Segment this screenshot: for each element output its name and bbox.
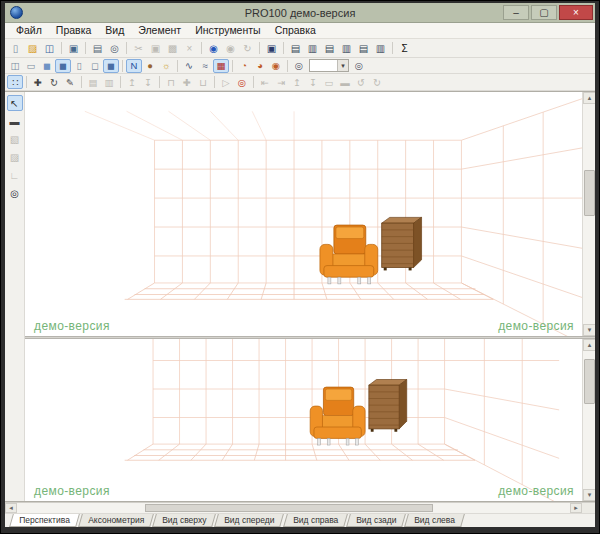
move-down-button[interactable]: ↧ [140, 75, 156, 89]
scroll-down-icon[interactable]: ▾ [583, 489, 595, 501]
menu-file[interactable]: Файл [9, 23, 49, 38]
north-orientation-button[interactable]: N [126, 59, 142, 73]
save-button[interactable]: ◫ [41, 41, 58, 56]
paint-tool[interactable]: ▬ [7, 113, 23, 129]
menu-help[interactable]: Справка [268, 23, 323, 38]
armchair-object[interactable] [320, 225, 378, 284]
scroll-right-icon[interactable]: ▸ [570, 503, 582, 513]
report-1-button[interactable]: ▤ [287, 41, 304, 56]
cut-button[interactable]: ✂ [130, 41, 147, 56]
misc-button-2[interactable]: ⇥ [273, 75, 289, 89]
orbit-ring-button[interactable]: ◕ [252, 59, 268, 73]
vertical-scrollbar-top[interactable]: ▴ ▾ [582, 92, 595, 336]
copy-button[interactable]: ▣ [147, 41, 164, 56]
align-right-button[interactable]: ▥ [101, 75, 117, 89]
misc-button-5[interactable]: ▭ [321, 75, 337, 89]
misc-button-7[interactable]: ↺ [353, 75, 369, 89]
menu-edit[interactable]: Правка [49, 23, 98, 38]
scrollbar-track[interactable] [17, 503, 570, 513]
tab-view-back[interactable]: Вид сзади [346, 514, 406, 527]
open-box-view-button[interactable]: ◻ [87, 59, 103, 73]
dimension-tool[interactable]: ∟ [7, 167, 23, 183]
print-preview-button[interactable]: ◎ [106, 41, 123, 56]
tab-axonometry[interactable]: Аксонометрия [78, 514, 154, 527]
globe-secondary-button[interactable]: ◉ [222, 41, 239, 56]
shaded-view-button[interactable]: ◼ [39, 59, 55, 73]
menu-element[interactable]: Элемент [131, 23, 188, 38]
tab-view-right[interactable]: Вид справа [283, 514, 348, 527]
misc-button-8[interactable]: ↻ [369, 75, 385, 89]
misc-button-1[interactable]: ⇤ [257, 75, 273, 89]
web-globe-button[interactable]: ◉ [205, 41, 222, 56]
scrollbar-thumb[interactable] [145, 504, 433, 512]
price-sum-button[interactable]: Σ [396, 41, 413, 56]
new-document-button[interactable]: ▯ [7, 41, 24, 56]
grid-display-button[interactable]: ▦ [213, 59, 229, 73]
tab-view-front[interactable]: Вид спереди [214, 514, 284, 527]
page-setup-button[interactable]: ▣ [65, 41, 82, 56]
scrollbar-thumb[interactable] [584, 359, 595, 404]
dropdown-arrow-icon[interactable]: ▾ [337, 60, 348, 71]
wireframe-view-button[interactable]: ◫ [7, 59, 23, 73]
align-bottom-button[interactable]: ⊔ [195, 75, 211, 89]
curve-button[interactable]: ∿ [181, 59, 197, 73]
scroll-left-icon[interactable]: ◂ [5, 503, 17, 513]
misc-button-4[interactable]: ↧ [305, 75, 321, 89]
zoom-tool[interactable]: ◎ [7, 185, 23, 201]
open-folder-button[interactable]: ▨ [24, 41, 41, 56]
zoom-combo[interactable]: ▾ [309, 59, 349, 72]
misc-button-3[interactable]: ↥ [289, 75, 305, 89]
flag-button[interactable]: ▷ [218, 75, 234, 89]
scroll-down-icon[interactable]: ▾ [583, 324, 595, 336]
title-bar[interactable]: PRO100 демо-версия – ▢ × [5, 3, 595, 23]
align-top-button[interactable]: ⊓ [163, 75, 179, 89]
zoom-out-button[interactable]: ◎ [291, 59, 307, 73]
tab-view-top[interactable]: Вид сверху [152, 514, 216, 527]
target-button[interactable]: ◎ [234, 75, 250, 89]
draw-button[interactable]: ✎ [62, 75, 78, 89]
contour-view-button[interactable]: ▯ [71, 59, 87, 73]
render-view-button[interactable]: ◼ [103, 59, 119, 73]
tab-perspective[interactable]: Перспектива [9, 514, 79, 527]
zoom-in-button[interactable]: ◎ [351, 59, 367, 73]
report-5-button[interactable]: ▤ [355, 41, 372, 56]
spline-button[interactable]: ≈ [197, 59, 213, 73]
tab-view-left[interactable]: Вид слева [404, 514, 465, 527]
rotate-ring-button[interactable]: ◔ [236, 59, 252, 73]
cabinet-object[interactable] [382, 217, 422, 270]
outline-view-button[interactable]: ▭ [23, 59, 39, 73]
material-sphere-button[interactable]: ● [142, 59, 158, 73]
scroll-up-icon[interactable]: ▴ [583, 339, 595, 351]
move-up-button[interactable]: ↥ [124, 75, 140, 89]
floor-tool[interactable]: ▨ [7, 149, 23, 165]
move-element-button[interactable]: ✚ [30, 75, 46, 89]
print-button[interactable]: ▤ [89, 41, 106, 56]
perspective-view-bottom[interactable]: демо-версия демо-версия [25, 339, 582, 501]
delete-button[interactable]: × [181, 41, 198, 56]
light-button[interactable]: ☼ [158, 59, 174, 73]
align-left-button[interactable]: ▤ [85, 75, 101, 89]
menu-view[interactable]: Вид [98, 23, 131, 38]
paste-button[interactable]: ▩ [164, 41, 181, 56]
vertical-scrollbar-bottom[interactable]: ▴ ▾ [582, 339, 595, 501]
refresh-button[interactable]: ↻ [239, 41, 256, 56]
scroll-up-icon[interactable]: ▴ [583, 92, 595, 104]
snap-grid-button[interactable]: ∷ [7, 75, 23, 89]
center-element-button[interactable]: ✚ [179, 75, 195, 89]
perspective-view-top[interactable]: демо-версия демо-версия [25, 92, 582, 336]
rotate-element-button[interactable]: ↻ [46, 75, 62, 89]
report-4-button[interactable]: ▥ [338, 41, 355, 56]
horizontal-scrollbar[interactable]: ◂ ▸ [5, 502, 595, 513]
report-2-button[interactable]: ▥ [304, 41, 321, 56]
report-3-button[interactable]: ▤ [321, 41, 338, 56]
report-6-button[interactable]: ▥ [372, 41, 389, 56]
wall-tool[interactable]: ▧ [7, 131, 23, 147]
properties-button-label: ▣ [267, 41, 276, 56]
textured-view-button[interactable]: ◼ [55, 59, 71, 73]
properties-button[interactable]: ▣ [263, 41, 280, 56]
scrollbar-thumb[interactable] [584, 170, 595, 216]
select-tool[interactable]: ↖ [7, 95, 23, 111]
menu-tools[interactable]: Инструменты [188, 23, 267, 38]
pan-ring-button[interactable]: ◉ [268, 59, 284, 73]
misc-button-6[interactable]: ▬ [337, 75, 353, 89]
